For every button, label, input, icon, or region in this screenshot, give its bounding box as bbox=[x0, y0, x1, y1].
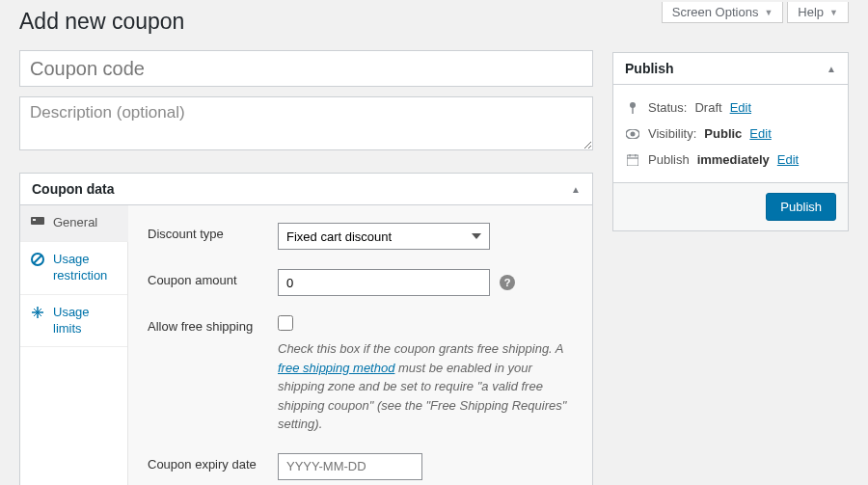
pin-icon bbox=[625, 101, 640, 115]
schedule-value: immediately bbox=[697, 152, 770, 167]
free-shipping-help: Check this box if the coupon grants free… bbox=[278, 339, 567, 434]
free-shipping-checkbox[interactable] bbox=[278, 315, 293, 331]
tab-usage-restriction-label: Usage restriction bbox=[53, 252, 118, 284]
status-edit-link[interactable]: Edit bbox=[730, 100, 751, 115]
restriction-icon bbox=[30, 253, 45, 266]
free-shipping-label: Allow free shipping bbox=[148, 315, 278, 334]
screen-options-button[interactable]: Screen Options ▼ bbox=[662, 2, 784, 23]
panel-toggle-icon[interactable]: ▲ bbox=[827, 64, 836, 74]
limits-icon bbox=[30, 306, 45, 319]
help-label: Help bbox=[798, 5, 824, 19]
discount-type-label: Discount type bbox=[148, 223, 278, 241]
tab-usage-limits-label: Usage limits bbox=[53, 305, 118, 337]
coupon-code-input[interactable] bbox=[19, 50, 593, 87]
description-input[interactable] bbox=[19, 96, 593, 150]
svg-rect-1 bbox=[33, 219, 36, 221]
coupon-data-title: Coupon data bbox=[32, 181, 115, 197]
publish-button[interactable]: Publish bbox=[766, 193, 836, 221]
svg-rect-14 bbox=[630, 154, 631, 157]
visibility-edit-link[interactable]: Edit bbox=[749, 126, 771, 141]
publish-box: Publish ▲ Status: Draft Edit Visibility: bbox=[612, 52, 849, 231]
tab-general-label: General bbox=[53, 215, 97, 231]
tab-usage-limits[interactable]: Usage limits bbox=[20, 295, 127, 348]
svg-rect-9 bbox=[632, 107, 633, 114]
svg-rect-12 bbox=[627, 155, 638, 166]
free-shipping-method-link[interactable]: free shipping method bbox=[278, 361, 394, 375]
svg-point-11 bbox=[631, 131, 636, 136]
coupon-amount-input[interactable] bbox=[278, 269, 490, 296]
discount-type-select[interactable]: Fixed cart discount bbox=[278, 223, 490, 250]
status-value: Draft bbox=[694, 100, 721, 115]
svg-rect-15 bbox=[635, 154, 636, 157]
general-icon bbox=[30, 216, 45, 226]
schedule-edit-link[interactable]: Edit bbox=[777, 152, 799, 167]
tab-usage-restriction[interactable]: Usage restriction bbox=[20, 242, 127, 295]
help-button[interactable]: Help ▼ bbox=[787, 2, 849, 23]
expiry-label: Coupon expiry date bbox=[148, 453, 278, 472]
chevron-down-icon: ▼ bbox=[764, 8, 773, 17]
status-label: Status: bbox=[648, 100, 687, 115]
tab-general[interactable]: General bbox=[20, 205, 128, 242]
publish-box-title: Publish bbox=[625, 61, 674, 76]
screen-options-label: Screen Options bbox=[672, 5, 759, 19]
coupon-amount-label: Coupon amount bbox=[148, 269, 278, 287]
panel-toggle-icon[interactable]: ▲ bbox=[571, 184, 581, 195]
eye-icon bbox=[625, 129, 640, 139]
schedule-label: Publish bbox=[648, 152, 690, 167]
expiry-input[interactable] bbox=[278, 453, 422, 480]
visibility-label: Visibility: bbox=[648, 126, 696, 141]
svg-line-3 bbox=[34, 256, 41, 263]
visibility-value: Public bbox=[704, 126, 742, 141]
coupon-data-panel: Coupon data ▲ General Usage re bbox=[19, 173, 593, 485]
calendar-icon bbox=[625, 154, 640, 166]
help-icon[interactable]: ? bbox=[500, 275, 515, 290]
chevron-down-icon: ▼ bbox=[829, 8, 838, 17]
